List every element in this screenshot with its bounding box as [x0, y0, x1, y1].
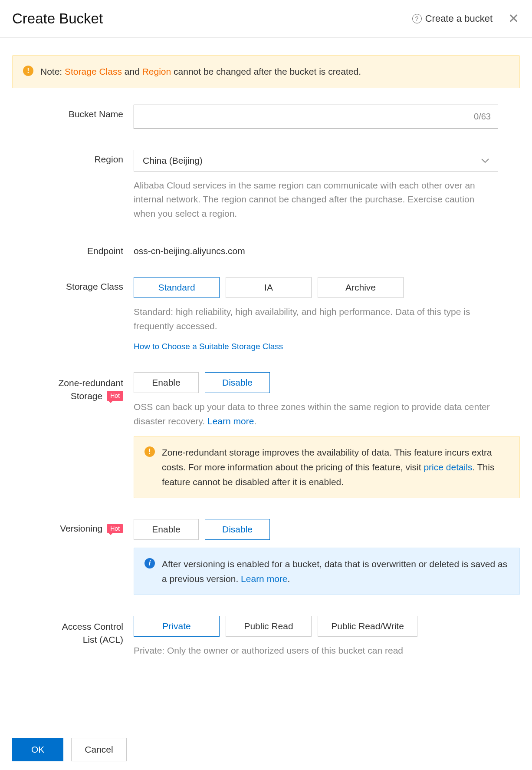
- close-icon[interactable]: ✕: [508, 12, 519, 25]
- hot-badge: Hot: [107, 524, 123, 533]
- dialog-header: Create Bucket ? Create a bucket ✕: [0, 0, 532, 38]
- zrs-enable[interactable]: Enable: [134, 372, 199, 393]
- versioning-alert-text: After versioning is enabled for a bucket…: [162, 559, 507, 584]
- storage-class-options: Standard IA Archive: [134, 277, 520, 298]
- acl-label-line2: List (ACL): [83, 633, 123, 646]
- endpoint-value: oss-cn-beijing.aliyuncs.com: [134, 241, 520, 256]
- bucket-name-label: Bucket Name: [12, 105, 134, 119]
- bucket-name-input[interactable]: 0/63: [134, 105, 498, 129]
- warning-icon: !: [144, 446, 155, 457]
- region-value: China (Beijing): [143, 155, 203, 166]
- storage-class-standard[interactable]: Standard: [134, 277, 220, 298]
- acl-options: Private Public Read Public Read/Write: [134, 616, 520, 637]
- region-label: Region: [12, 150, 134, 165]
- zrs-label-line1: Zone-redundant: [59, 377, 123, 389]
- acl-private[interactable]: Private: [134, 616, 220, 637]
- region-help: Alibaba Cloud services in the same regio…: [134, 178, 498, 221]
- hot-badge: Hot: [107, 391, 123, 401]
- acl-public-read[interactable]: Public Read: [226, 616, 312, 637]
- zrs-disable[interactable]: Disable: [205, 372, 270, 393]
- alert-highlight-storage-class: Storage Class: [65, 66, 122, 76]
- dialog-title: Create Bucket: [12, 10, 103, 27]
- zrs-warning-box: ! Zone-redundant storage improves the av…: [134, 436, 520, 498]
- help-icon: ?: [412, 14, 422, 23]
- versioning-disable[interactable]: Disable: [205, 519, 270, 540]
- storage-class-label: Storage Class: [12, 277, 134, 292]
- alert-text-prefix: Note:: [40, 66, 65, 76]
- zrs-learn-more-link[interactable]: Learn more: [207, 416, 254, 426]
- alert-text-mid: and: [122, 66, 142, 76]
- versioning-learn-more-link[interactable]: Learn more: [241, 574, 287, 584]
- top-warning-alert: ! Note: Storage Class and Region cannot …: [12, 55, 520, 88]
- versioning-info-box: i After versioning is enabled for a buck…: [134, 548, 520, 595]
- region-select[interactable]: China (Beijing): [134, 150, 498, 172]
- help-link[interactable]: ? Create a bucket: [412, 13, 493, 24]
- acl-help: Private: Only the owner or authorized us…: [134, 644, 498, 658]
- storage-class-help: Standard: high reliability, high availab…: [134, 305, 498, 333]
- acl-public-read-write[interactable]: Public Read/Write: [318, 616, 417, 637]
- chevron-down-icon: [481, 157, 489, 165]
- versioning-enable[interactable]: Enable: [134, 519, 199, 540]
- storage-class-ia[interactable]: IA: [226, 277, 312, 298]
- storage-class-link[interactable]: How to Choose a Suitable Storage Class: [134, 342, 520, 351]
- zrs-options: Enable Disable: [134, 372, 520, 393]
- alert-text-suffix: cannot be changed after the bucket is cr…: [171, 66, 361, 76]
- versioning-options: Enable Disable: [134, 519, 520, 540]
- cancel-button[interactable]: Cancel: [71, 738, 126, 761]
- ok-button[interactable]: OK: [12, 738, 63, 761]
- alert-highlight-region: Region: [142, 66, 171, 76]
- zrs-help-text: OSS can back up your data to three zones…: [134, 402, 490, 426]
- dialog-footer: OK Cancel: [0, 729, 532, 770]
- storage-class-archive[interactable]: Archive: [318, 277, 404, 298]
- zrs-price-details-link[interactable]: price details: [424, 462, 472, 472]
- info-icon: i: [144, 558, 155, 568]
- zrs-label-line2: Storage: [71, 390, 103, 402]
- help-link-label: Create a bucket: [425, 13, 493, 24]
- bucket-name-counter: 0/63: [474, 112, 491, 122]
- endpoint-label: Endpoint: [12, 241, 134, 256]
- acl-label-line1: Access Control: [62, 620, 123, 633]
- warning-icon: !: [23, 66, 33, 76]
- versioning-label: Versioning: [60, 523, 102, 534]
